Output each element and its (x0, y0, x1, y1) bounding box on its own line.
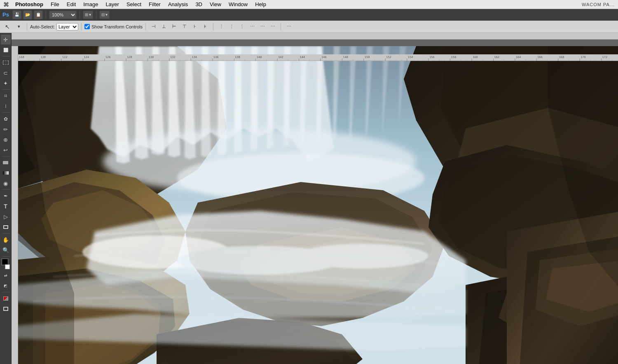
arrange-docs-btn[interactable]: ⊞ ▾ (83, 11, 93, 19)
dist-left-btn[interactable]: ⋮ (216, 22, 226, 31)
align-left-btn[interactable]: ⊣ (149, 22, 159, 31)
svg-point-7 (297, 244, 428, 268)
tool-sep3 (2, 112, 10, 113)
browse-icon-btn[interactable]: 📋 (34, 10, 43, 19)
lasso-tool[interactable]: ⊂ (1, 68, 11, 78)
align-center-v-btn[interactable]: ⊦ (190, 22, 200, 31)
magic-wand-tool[interactable]: ✦ (1, 78, 11, 88)
filter-menu[interactable]: Filter (146, 1, 164, 8)
gradient-icon (3, 171, 9, 175)
workspace-btn[interactable]: ⊟ ▾ (99, 11, 110, 19)
workspace-icon: ⊟ (101, 12, 105, 17)
menubar: ⌘ Photoshop File Edit Image Layer Select… (0, 0, 618, 9)
help-menu[interactable]: Help (252, 1, 269, 8)
open-icon-btn[interactable]: 📂 (23, 10, 32, 19)
analysis-menu[interactable]: Analysis (165, 1, 191, 8)
select-menu[interactable]: Select (124, 1, 144, 8)
eyedropper-icon: ⁞ (5, 103, 7, 109)
workspace-chevron: ▾ (105, 12, 108, 17)
layer-menu[interactable]: Layer (103, 1, 122, 8)
canvas-area: /* rendered in JS below */ (12, 33, 618, 364)
opt-sep1 (27, 23, 27, 30)
marquee-tool[interactable] (1, 58, 11, 68)
move-tool-indicator[interactable]: ↖ (2, 22, 12, 31)
zoom-tool[interactable]: 🔍 (1, 245, 11, 255)
eyedropper-tool[interactable]: ⁞ (1, 101, 11, 111)
text-tool[interactable]: T (1, 201, 11, 211)
bar-separator3 (96, 11, 96, 19)
dist-center-v-btn[interactable]: ⋯ (258, 22, 267, 31)
hand-icon: ✋ (2, 237, 9, 243)
gradient-tool[interactable] (1, 168, 11, 178)
options-bar: ↖ ▾ Auto-Select: Layer Group Show Transf… (0, 21, 618, 33)
ruler-left-svg (12, 46, 18, 364)
shape-tool[interactable] (1, 222, 11, 232)
spot-healing-tool[interactable]: ✿ (1, 114, 11, 124)
history-brush-tool[interactable]: ↩ (1, 145, 11, 155)
waterfall-image (18, 46, 618, 364)
ps-logo: Ps (2, 12, 9, 18)
align-center-h-btn[interactable]: ⊥ (159, 22, 169, 31)
tool-mode-btn[interactable]: ▾ (14, 22, 24, 31)
tool-sep7 (2, 256, 10, 257)
brush-tool[interactable]: ✏ (1, 124, 11, 134)
crop-tool[interactable]: ⌗ (1, 91, 11, 101)
artboard-tool[interactable]: ⬜ (1, 45, 11, 55)
tool-sep2 (2, 89, 10, 90)
window-menu[interactable]: Window (226, 1, 250, 8)
distribute-buttons: ⋮ ⋮ ⋮ ⋯ ⋯ ⋯ (216, 22, 278, 31)
text-icon: T (4, 203, 7, 210)
image-menu[interactable]: Image (80, 1, 101, 8)
color-swatches[interactable] (1, 258, 11, 270)
dist-bottom-btn[interactable]: ⋯ (268, 22, 278, 31)
view-menu[interactable]: View (207, 1, 224, 8)
background-color[interactable] (5, 264, 10, 269)
zoom-select[interactable]: 100% 50% 200% 25% Fit Page (49, 11, 77, 19)
3d-menu[interactable]: 3D (192, 1, 205, 8)
lasso-icon: ⊂ (3, 70, 8, 76)
show-transform-checkbox[interactable] (84, 24, 90, 29)
svg-rect-0 (25, 33, 618, 39)
dist-center-h-btn[interactable]: ⋮ (227, 22, 236, 31)
opt-sep5 (281, 23, 281, 30)
crop-icon: ⌗ (4, 93, 7, 99)
eraser-icon (3, 161, 8, 164)
tool-sep8 (2, 292, 10, 292)
dodge-tool[interactable]: ◉ (1, 178, 11, 188)
tool-sep5 (2, 189, 10, 190)
screen-mode-icon (3, 307, 8, 311)
app-name-menu[interactable]: Photoshop (12, 1, 46, 8)
align-right-btn[interactable]: ⊢ (169, 22, 179, 31)
align-top-btn[interactable]: ⊤ (180, 22, 190, 31)
dist-top-btn[interactable]: ⋯ (247, 22, 257, 31)
auto-select-dropdown[interactable]: Layer Group (56, 23, 78, 30)
ruler-left (12, 46, 18, 364)
ruler-top: /* rendered in JS below */ (12, 33, 618, 40)
quick-mask-icon (3, 296, 8, 301)
file-menu[interactable]: File (48, 1, 62, 8)
bar-separator (46, 11, 46, 19)
default-colors-btn[interactable]: ◩ (1, 281, 11, 291)
screen-mode-btn[interactable] (1, 304, 11, 314)
switch-colors-btn[interactable]: ⇄ (1, 271, 11, 280)
spot-healing-icon: ✿ (4, 116, 8, 122)
extra-opt-btn[interactable]: ⋯ (284, 22, 294, 31)
move-tool[interactable]: ✛ (1, 35, 11, 44)
apple-menu[interactable]: ⌘ (3, 1, 9, 8)
clone-stamp-tool[interactable]: ⊕ (1, 135, 11, 145)
canvas-image[interactable] (18, 46, 618, 364)
path-selection-tool[interactable]: ▷ (1, 212, 11, 222)
quick-mask-btn[interactable] (1, 294, 11, 303)
dist-right-btn[interactable]: ⋮ (237, 22, 247, 31)
hand-tool[interactable]: ✋ (1, 235, 11, 245)
align-buttons: ⊣ ⊥ ⊢ ⊤ ⊦ ⊧ (149, 22, 210, 31)
eraser-tool[interactable] (1, 158, 11, 168)
zoom-icon: 🔍 (2, 247, 9, 253)
pen-tool[interactable]: ✒ (1, 191, 11, 201)
save-icon-btn[interactable]: 💾 (12, 10, 21, 19)
align-bottom-btn[interactable]: ⊧ (200, 22, 210, 31)
edit-menu[interactable]: Edit (64, 1, 79, 8)
bar-separator2 (80, 11, 80, 19)
opt-sep4 (213, 23, 213, 30)
shape-icon (3, 225, 8, 229)
